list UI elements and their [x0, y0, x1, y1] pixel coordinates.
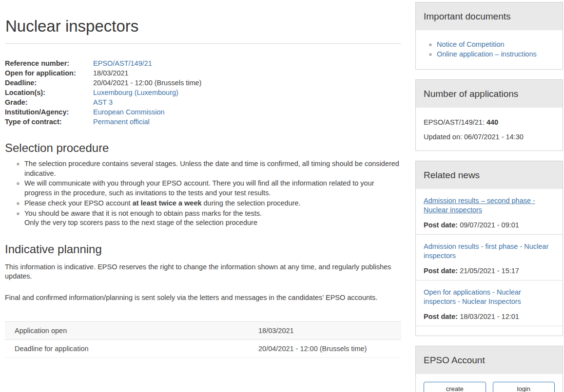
page: Nuclear inspectors Reference number: EPS…	[0, 0, 564, 392]
news-item: Admission results - first phase - Nuclea…	[416, 234, 563, 280]
page-title: Nuclear inspectors	[5, 18, 401, 35]
bullet-text: during the selection procedure.	[202, 199, 301, 207]
planning-table: Application open 18/03/2021 Deadline for…	[5, 321, 401, 358]
detail-label: Open for application:	[5, 68, 93, 78]
post-date-value: 09/07/2021 - 09:01	[460, 221, 519, 229]
news-item: Admission results – second phase - Nucle…	[416, 189, 563, 234]
number-of-applications-box: Number of applications EPSO/AST/149/21: …	[415, 79, 563, 151]
news-item: Open for applications - Nuclear inspecto…	[416, 280, 563, 326]
online-application-instructions-link[interactable]: Online application – instructions	[437, 50, 537, 58]
vacancy-details: Reference number: EPSO/AST/149/21 Open f…	[5, 58, 401, 127]
table-row: Deadline for application 20/04/2021 - 12…	[5, 340, 401, 358]
login-button[interactable]: login	[493, 382, 555, 392]
detail-label: Institution/Agency:	[5, 107, 93, 117]
post-date: Post date: 21/05/2021 - 15:17	[424, 267, 555, 275]
selection-procedure-heading: Selection procedure	[5, 141, 401, 155]
indicative-planning-heading: Indicative planning	[5, 243, 401, 256]
table-cell-label: Application open	[5, 322, 249, 340]
important-documents-title: Important documents	[416, 2, 563, 30]
selection-procedure-list: The selection procedure contains several…	[5, 159, 401, 228]
detail-label: Type of contract:	[5, 117, 93, 127]
main-content: Nuclear inspectors Reference number: EPS…	[5, 0, 401, 358]
number-of-applications-title: Number of applications	[416, 80, 563, 108]
bullet-text-bold: at least twice a week	[133, 199, 202, 207]
detail-label: Location(s):	[5, 88, 93, 97]
table-cell-value: 20/04/2021 - 12:00 (Brussels time)	[249, 340, 401, 358]
grade-link[interactable]: AST 3	[93, 97, 113, 107]
detail-row-open: Open for application: 18/03/2021	[5, 68, 401, 78]
bullet-text: Please check your EPSO account	[24, 199, 133, 207]
planning-paragraph: Final and confirmed information/planning…	[5, 293, 401, 303]
news-link[interactable]: Open for applications - Nuclear inspecto…	[424, 288, 555, 306]
important-documents-body: Notice of Competition Online application…	[416, 30, 563, 69]
applications-ref-label: EPSO/AST/149/21:	[424, 118, 485, 126]
institution-link[interactable]: European Commission	[93, 107, 165, 117]
title-divider	[5, 43, 401, 44]
detail-row-reference: Reference number: EPSO/AST/149/21	[5, 58, 401, 68]
post-date-label: Post date:	[424, 313, 458, 320]
post-date-label: Post date:	[424, 267, 458, 275]
table-cell-label: Deadline for application	[5, 340, 249, 358]
post-date: Post date: 09/07/2021 - 09:01	[424, 221, 555, 229]
epso-account-title: EPSO Account	[416, 346, 563, 374]
post-date: Post date: 18/03/2021 - 12:01	[424, 313, 555, 320]
related-news-title: Related news	[416, 161, 563, 189]
important-documents-list: Notice of Competition Online application…	[424, 39, 555, 59]
detail-row-deadline: Deadline: 20/04/2021 - 12:00 (Brussels t…	[5, 78, 401, 88]
table-cell-value: 18/03/2021	[249, 322, 401, 340]
news-footer	[416, 326, 563, 336]
applications-count: 440	[486, 118, 498, 126]
reference-number-link[interactable]: EPSO/AST/149/21	[93, 58, 152, 68]
detail-label: Reference number:	[5, 58, 93, 68]
list-item: The selection procedure contains several…	[24, 159, 401, 178]
detail-row-contract: Type of contract: Permanent official	[5, 117, 401, 127]
news-link[interactable]: Admission results - first phase - Nuclea…	[424, 242, 555, 261]
number-of-applications-body: EPSO/AST/149/21: 440 Updated on: 06/07/2…	[416, 108, 563, 150]
bullet-text: You should be aware that it is not enoug…	[24, 209, 401, 219]
detail-label: Grade:	[5, 97, 93, 107]
detail-row-institution: Institution/Agency: European Commission	[5, 107, 401, 117]
table-row: Application open 18/03/2021	[5, 322, 401, 340]
list-item: You should be aware that it is not enoug…	[24, 209, 401, 228]
open-date-value: 18/03/2021	[93, 68, 129, 78]
list-item: Online application – instructions	[437, 49, 555, 59]
applications-count-line: EPSO/AST/149/21: 440	[424, 118, 555, 126]
detail-row-grade: Grade: AST 3	[5, 97, 401, 107]
list-item: We will communicate with you through you…	[24, 179, 401, 198]
deadline-value: 20/04/2021 - 12:00 (Brussels time)	[93, 78, 201, 88]
bullet-text: The selection procedure contains several…	[24, 160, 399, 177]
important-documents-box: Important documents Notice of Competitio…	[415, 2, 563, 70]
detail-label: Deadline:	[5, 78, 93, 88]
epso-account-box: EPSO Account create login	[415, 346, 563, 392]
bullet-text: Only the very top scorers pass to the ne…	[24, 218, 401, 228]
post-date-value: 21/05/2021 - 15:17	[460, 267, 519, 275]
list-item: Notice of Competition	[437, 39, 555, 49]
related-news-box: Related news Admission results – second …	[415, 161, 563, 336]
post-date-label: Post date:	[424, 221, 458, 229]
notice-of-competition-link[interactable]: Notice of Competition	[437, 40, 505, 48]
create-account-button[interactable]: create	[424, 382, 486, 392]
planning-paragraph: This information is indicative. EPSO res…	[5, 262, 401, 281]
detail-row-location: Location(s): Luxembourg (Luxembourg)	[5, 88, 401, 97]
post-date-value: 18/03/2021 - 12:01	[460, 313, 519, 320]
list-item: Please check your EPSO account at least …	[24, 199, 401, 208]
bullet-text: We will communicate with you through you…	[24, 179, 374, 197]
epso-account-body: create login	[416, 374, 563, 392]
sidebar: Important documents Notice of Competitio…	[415, 2, 563, 392]
location-link[interactable]: Luxembourg (Luxembourg)	[93, 88, 178, 97]
news-link[interactable]: Admission results – second phase - Nucle…	[424, 196, 555, 215]
contract-type-link[interactable]: Permanent official	[93, 117, 150, 127]
applications-updated-line: Updated on: 06/07/2021 - 14:30	[424, 133, 555, 141]
